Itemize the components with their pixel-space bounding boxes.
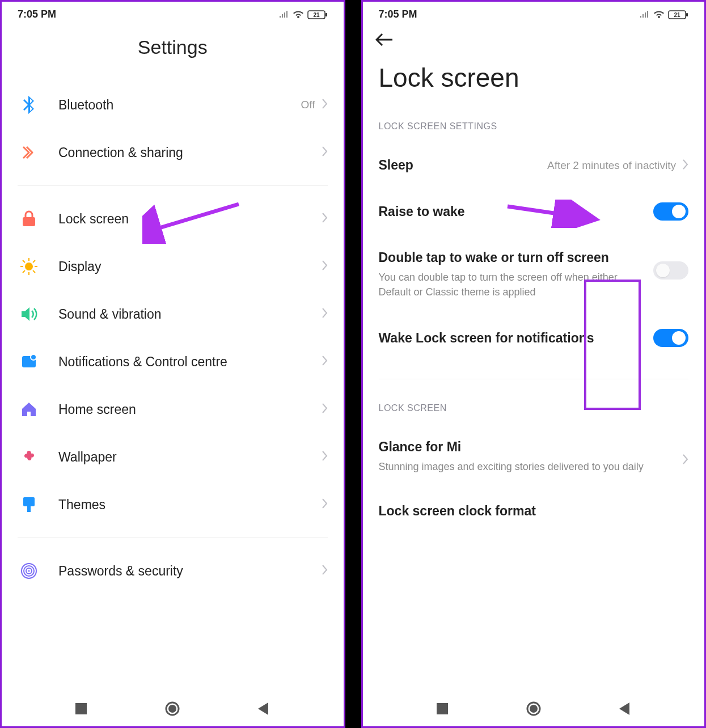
row-wake-notifications[interactable]: Wake Lock screen for notifications [379,314,689,362]
lock-icon [18,208,40,230]
row-subtitle: You can double tap to turn the screen of… [379,270,644,299]
wifi-icon [293,10,304,19]
svg-line-10 [33,270,35,273]
row-label: Raise to wake [379,204,654,219]
chevron-right-icon [322,451,328,463]
toggle-wake-notifications[interactable] [653,329,688,347]
bluetooth-icon [18,94,40,116]
row-label: Wake Lock screen for notifications [379,331,644,346]
nav-home-button[interactable] [164,700,181,717]
row-value: After 2 minutes of inactivity [547,159,676,172]
chevron-right-icon [322,146,328,159]
svg-rect-16 [27,506,31,512]
chevron-right-icon [322,565,328,577]
row-sleep[interactable]: Sleep After 2 minutes of inactivity [379,143,689,188]
row-value: Off [301,99,315,111]
chevron-right-icon [322,308,328,320]
row-subtitle: Stunning images and exciting stories del… [379,459,673,474]
nav-recent-button[interactable] [73,700,90,717]
fingerprint-icon [18,560,40,582]
svg-line-12 [33,260,35,263]
nav-back-button[interactable] [616,700,633,717]
row-notifications[interactable]: Notifications & Control centre [18,338,328,386]
row-passwords-security[interactable]: Passwords & security [18,547,328,595]
svg-rect-15 [23,497,35,506]
divider [18,185,328,186]
row-label: Lock screen [58,211,322,227]
row-label: Double tap to wake or turn off screen [379,250,644,265]
svg-point-24 [168,705,176,713]
row-label: Sound & vibration [58,307,322,322]
row-label: Notifications & Control centre [58,354,322,370]
row-glance-for-mi[interactable]: Glance for Mi Stunning images and exciti… [379,425,689,489]
brush-icon [18,493,40,516]
svg-rect-26 [686,13,688,16]
svg-line-9 [23,260,25,263]
connection-icon [18,141,40,164]
row-sound-vibration[interactable]: Sound & vibration [18,290,328,338]
row-display[interactable]: Display [18,243,328,290]
nav-home-button[interactable] [525,700,542,717]
phone-right-lockscreen: 7:05 PM 21 Lock screen LOCK SCREEN SETTI… [361,0,707,728]
chevron-right-icon [322,498,328,511]
notification-icon [18,350,40,373]
sun-icon [18,255,40,278]
row-home-screen[interactable]: Home screen [18,386,328,433]
row-label: Passwords & security [58,564,322,579]
battery-icon: 21 [668,10,688,20]
row-double-tap[interactable]: Double tap to wake or turn off screen Yo… [379,235,689,314]
settings-content: Settings Bluetooth Off Connection & shar… [2,24,344,691]
back-button[interactable] [363,24,705,49]
flower-icon [18,446,40,468]
nav-bar [363,691,705,726]
chevron-right-icon [322,213,328,225]
svg-point-14 [31,354,36,360]
row-themes[interactable]: Themes [18,481,328,528]
svg-point-31 [530,705,538,713]
row-label: Glance for Mi [379,439,673,455]
home-icon [18,398,40,421]
row-label: Themes [58,497,322,513]
row-lock-screen[interactable]: Lock screen [18,195,328,243]
svg-rect-3 [23,217,35,226]
row-label: Home screen [58,402,322,417]
divider [379,379,689,379]
nav-recent-button[interactable] [434,700,451,717]
svg-line-11 [23,270,25,273]
svg-point-20 [28,570,30,572]
divider [18,537,328,538]
page-title: Settings [18,24,328,81]
row-label: Connection & sharing [58,145,322,160]
toggle-double-tap[interactable] [653,261,688,280]
chevron-right-icon [322,403,328,416]
row-raise-to-wake[interactable]: Raise to wake [379,188,689,235]
section-header: LOCK SCREEN [379,388,689,425]
wifi-icon [653,10,665,19]
row-label: Sleep [379,158,547,173]
row-wallpaper[interactable]: Wallpaper [18,433,328,481]
status-bar: 7:05 PM 21 [2,2,344,24]
nav-bar [2,691,344,726]
status-time: 7:05 PM [18,9,56,20]
chevron-right-icon [322,260,328,273]
row-label: Display [58,259,322,274]
row-clock-format[interactable]: Lock screen clock format [379,489,689,534]
row-connection-sharing[interactable]: Connection & sharing [18,129,328,176]
signal-icon [640,11,650,19]
lockscreen-content: Lock screen LOCK SCREEN SETTINGS Sleep A… [363,49,705,691]
row-label: Lock screen clock format [379,503,689,519]
status-bar: 7:05 PM 21 [363,2,705,24]
row-label: Bluetooth [58,98,301,113]
svg-rect-29 [437,703,448,714]
svg-rect-22 [75,703,87,714]
section-header: LOCK SCREEN SETTINGS [379,116,689,143]
svg-rect-1 [325,13,327,16]
status-time: 7:05 PM [379,9,417,20]
status-icons: 21 [279,10,328,20]
speaker-icon [18,303,40,325]
nav-back-button[interactable] [255,700,272,717]
phone-left-settings: 7:05 PM 21 Settings Bluetooth Off [0,0,345,728]
toggle-raise-to-wake[interactable] [653,202,688,221]
row-bluetooth[interactable]: Bluetooth Off [18,81,328,129]
svg-text:21: 21 [674,12,680,18]
